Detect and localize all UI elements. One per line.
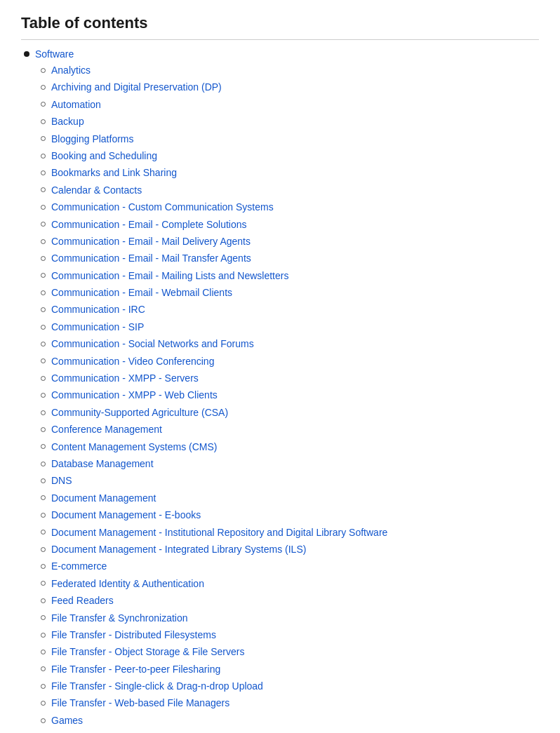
sub-list: AnalyticsArchiving and Digital Preservat… [41, 62, 539, 728]
bullet-hollow-icon [41, 581, 46, 586]
sub-item-link[interactable]: Document Management - Integrated Library… [51, 542, 306, 557]
bullet-hollow-icon [41, 598, 46, 603]
list-item: File Transfer - Object Storage & File Se… [41, 644, 539, 659]
list-item: Communication - Email - Complete Solutio… [41, 217, 539, 232]
bullet-hollow-icon [41, 290, 46, 295]
sub-item-link[interactable]: Communication - Email - Mailing Lists an… [51, 268, 288, 283]
list-item: Calendar & Contacts [41, 182, 539, 198]
list-item: File Transfer & Synchronization [41, 610, 539, 626]
bullet-hollow-icon [41, 650, 46, 654]
top-level-item: SoftwareAnalyticsArchiving and Digital P… [21, 48, 539, 728]
sub-item-link[interactable]: Community-Supported Agriculture (CSA) [51, 405, 228, 420]
sub-item-link[interactable]: File Transfer - Web-based File Managers [51, 695, 229, 711]
list-item: Archiving and Digital Preservation (DP) [41, 79, 539, 95]
sub-item-link[interactable]: Communication - Email - Complete Solutio… [51, 217, 247, 232]
bullet-hollow-icon [41, 307, 46, 312]
list-item: Conference Management [41, 422, 539, 437]
page-title: Table of contents [21, 14, 539, 40]
sub-item-link[interactable]: Calendar & Contacts [51, 182, 142, 198]
sub-item-link[interactable]: E-commerce [51, 558, 107, 574]
bullet-hollow-icon [41, 547, 46, 552]
list-item: Communication - XMPP - Web Clients [41, 387, 539, 403]
sub-item-link[interactable]: Document Management - Institutional Repo… [51, 525, 387, 540]
sub-item-link[interactable]: File Transfer & Synchronization [51, 610, 188, 626]
list-item: Communication - Custom Communication Sys… [41, 199, 539, 215]
sub-item-link[interactable]: Communication - XMPP - Web Clients [51, 387, 218, 403]
sub-item-link[interactable]: Analytics [51, 62, 91, 78]
bullet-hollow-icon [41, 102, 46, 107]
list-item: Communication - XMPP - Servers [41, 370, 539, 386]
bullet-hollow-icon [41, 393, 46, 398]
sub-item-link[interactable]: File Transfer - Single-click & Drag-n-dr… [51, 678, 263, 694]
sub-item-link[interactable]: Communication - Email - Mail Delivery Ag… [51, 234, 251, 249]
list-item: Communication - Email - Mail Transfer Ag… [41, 250, 539, 266]
sub-item-link[interactable]: Communication - Email - Mail Transfer Ag… [51, 250, 251, 266]
sub-item-link[interactable]: Backup [51, 114, 84, 129]
list-item: File Transfer - Peer-to-peer Filesharing [41, 661, 539, 677]
list-item: Backup [41, 114, 539, 129]
bullet-hollow-icon [41, 239, 46, 244]
list-item: Games [41, 713, 539, 728]
sub-item-link[interactable]: Communication - Video Conferencing [51, 354, 214, 369]
sub-item-link[interactable]: Communication - Email - Webmail Clients [51, 285, 232, 300]
bullet-hollow-icon [41, 530, 46, 534]
sub-item-link[interactable]: Federated Identity & Authentication [51, 576, 204, 591]
list-item: Document Management [41, 490, 539, 506]
list-item: Database Management [41, 456, 539, 471]
list-item: Booking and Scheduling [41, 148, 539, 163]
sub-item-link[interactable]: Communication - Social Networks and Foru… [51, 336, 254, 351]
sub-item-link[interactable]: Communication - IRC [51, 302, 145, 317]
sub-item-link[interactable]: Communication - XMPP - Servers [51, 370, 199, 386]
sub-item-link[interactable]: File Transfer - Distributed Filesystems [51, 627, 216, 643]
bullet-hollow-icon [41, 513, 46, 518]
sub-item-link[interactable]: Communication - SIP [51, 319, 144, 335]
list-item: File Transfer - Single-click & Drag-n-dr… [41, 678, 539, 694]
list-item: Communication - IRC [41, 302, 539, 317]
sub-item-link[interactable]: Database Management [51, 456, 154, 471]
list-item: Blogging Platforms [41, 131, 539, 147]
list-item: Document Management - Institutional Repo… [41, 525, 539, 540]
bullet-hollow-icon [41, 205, 46, 210]
bullet-hollow-icon [41, 564, 46, 569]
list-item: Communication - Email - Mailing Lists an… [41, 268, 539, 283]
sub-item-link[interactable]: Content Management Systems (CMS) [51, 439, 218, 455]
bullet-hollow-icon [41, 68, 46, 73]
sub-item-link[interactable]: Document Management - E-books [51, 507, 201, 523]
bullet-hollow-icon [41, 718, 46, 723]
bullet-hollow-icon [41, 222, 46, 227]
sub-item-link[interactable]: File Transfer - Peer-to-peer Filesharing [51, 661, 220, 677]
sub-item-link[interactable]: File Transfer - Object Storage & File Se… [51, 644, 244, 659]
list-item: Community-Supported Agriculture (CSA) [41, 405, 539, 420]
bullet-filled-icon [24, 51, 29, 57]
sub-item-link[interactable]: Archiving and Digital Preservation (DP) [51, 79, 222, 95]
sub-item-link[interactable]: Blogging Platforms [51, 131, 134, 147]
bullet-hollow-icon [41, 342, 46, 347]
list-item: Federated Identity & Authentication [41, 576, 539, 591]
sub-item-link[interactable]: Automation [51, 97, 101, 112]
list-item: E-commerce [41, 558, 539, 574]
bullet-hollow-icon [41, 684, 46, 689]
sub-item-link[interactable]: Games [51, 713, 83, 728]
list-item: Automation [41, 97, 539, 112]
sub-item-link[interactable]: Document Management [51, 490, 156, 506]
list-item: Communication - Social Networks and Foru… [41, 336, 539, 351]
bullet-hollow-icon [41, 325, 46, 330]
list-item: Content Management Systems (CMS) [41, 439, 539, 455]
list-item: Analytics [41, 62, 539, 78]
list-item: Communication - Email - Mail Delivery Ag… [41, 234, 539, 249]
bullet-hollow-icon [41, 427, 46, 432]
sub-item-link[interactable]: Bookmarks and Link Sharing [51, 165, 177, 180]
bullet-hollow-icon [41, 358, 46, 363]
list-item: Communication - Email - Webmail Clients [41, 285, 539, 300]
list-item: Document Management - Integrated Library… [41, 542, 539, 557]
bullet-hollow-icon [41, 187, 46, 192]
sub-item-link[interactable]: Booking and Scheduling [51, 148, 157, 163]
bullet-hollow-icon [41, 154, 46, 159]
sub-item-link[interactable]: Conference Management [51, 422, 162, 437]
sub-item-link[interactable]: DNS [51, 473, 72, 488]
top-level-link[interactable]: Software [35, 48, 74, 60]
sub-item-link[interactable]: Feed Readers [51, 593, 114, 608]
list-item: Document Management - E-books [41, 507, 539, 523]
sub-item-link[interactable]: Communication - Custom Communication Sys… [51, 199, 274, 215]
list-item: DNS [41, 473, 539, 488]
